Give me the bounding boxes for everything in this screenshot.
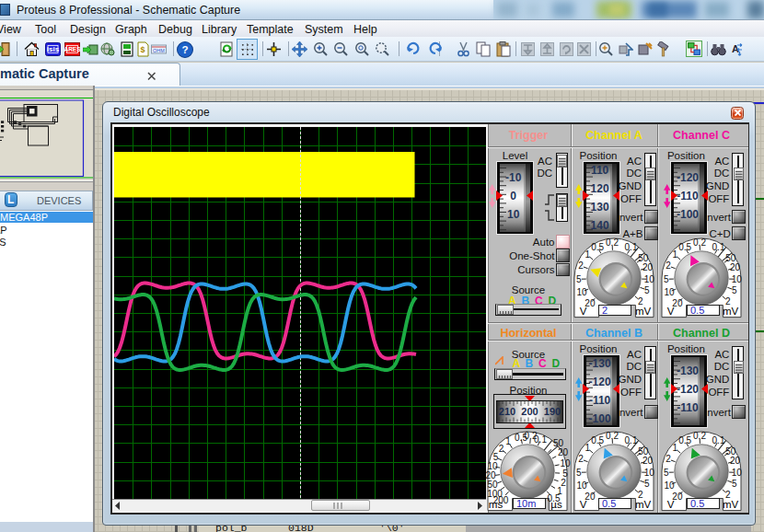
svg-text:1: 1 xyxy=(672,249,677,260)
svg-text:20: 20 xyxy=(558,447,569,457)
svg-text:10: 10 xyxy=(732,467,743,477)
svg-text:?: ? xyxy=(181,43,188,55)
svg-text:5: 5 xyxy=(644,284,650,295)
svg-text:$: $ xyxy=(140,45,145,54)
svg-text:2: 2 xyxy=(638,489,643,499)
svg-text:0.2: 0.2 xyxy=(606,237,619,248)
svg-text:20: 20 xyxy=(642,262,653,272)
svg-text:0.1: 0.1 xyxy=(624,435,637,445)
svg-text:10: 10 xyxy=(561,458,572,468)
svg-text:50: 50 xyxy=(553,438,564,448)
svg-text:OHM: OHM xyxy=(153,48,165,53)
svg-text:0.2: 0.2 xyxy=(693,237,706,248)
svg-text:0.5: 0.5 xyxy=(678,241,691,251)
svg-text:0.5: 0.5 xyxy=(678,434,691,445)
svg-text:0.1: 0.1 xyxy=(624,242,637,252)
svg-text:20: 20 xyxy=(730,456,741,466)
svg-text:1: 1 xyxy=(585,249,590,260)
svg-text:2: 2 xyxy=(666,260,671,271)
svg-text:2: 2 xyxy=(725,489,731,499)
svg-text:20: 20 xyxy=(730,262,741,272)
svg-text:2: 2 xyxy=(725,295,731,306)
svg-text:5: 5 xyxy=(732,478,737,488)
svg-text:1: 1 xyxy=(672,443,677,453)
svg-text:2: 2 xyxy=(638,295,643,306)
svg-text:2: 2 xyxy=(578,454,584,464)
svg-text:5: 5 xyxy=(732,284,737,295)
svg-text:2: 2 xyxy=(499,444,504,454)
svg-text:2: 2 xyxy=(666,454,671,464)
svg-text:20: 20 xyxy=(642,456,653,466)
svg-text:5: 5 xyxy=(576,273,582,283)
svg-text:10: 10 xyxy=(732,273,743,283)
svg-text:0.1: 0.1 xyxy=(712,242,724,252)
svg-text:0.5: 0.5 xyxy=(591,241,604,251)
svg-text:1: 1 xyxy=(505,436,511,446)
svg-text:2: 2 xyxy=(578,260,584,271)
svg-text:10: 10 xyxy=(643,467,654,477)
svg-text:5: 5 xyxy=(644,478,650,488)
svg-text:0.1: 0.1 xyxy=(534,434,547,445)
svg-text:1: 1 xyxy=(585,443,590,453)
svg-text:10: 10 xyxy=(576,480,587,490)
svg-text:0.5: 0.5 xyxy=(591,434,604,445)
svg-text:0.2: 0.2 xyxy=(606,431,619,441)
svg-text:10: 10 xyxy=(576,286,587,296)
svg-text:0.2: 0.2 xyxy=(693,431,706,441)
svg-text:10: 10 xyxy=(643,273,654,283)
svg-text:5: 5 xyxy=(664,273,669,283)
svg-text:10: 10 xyxy=(664,286,675,296)
svg-text:5: 5 xyxy=(576,467,582,477)
svg-text:5: 5 xyxy=(664,467,669,477)
svg-text:0.1: 0.1 xyxy=(712,435,724,445)
svg-text:10: 10 xyxy=(664,480,675,490)
